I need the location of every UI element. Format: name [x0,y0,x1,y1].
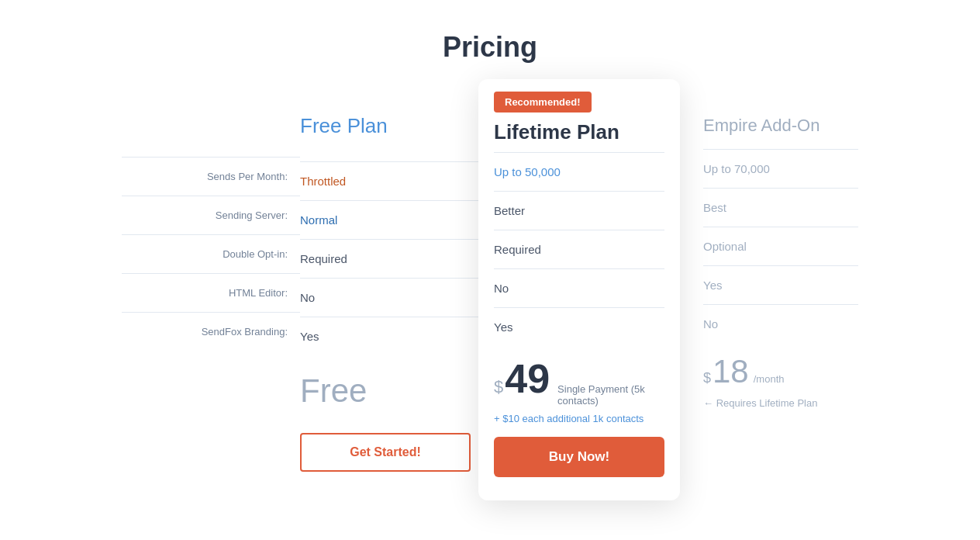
empire-addon-column: Empire Add-On Up to 70,000 Best Optional… [680,95,858,409]
labels-column: Sends Per Month: Sending Server: Double … [122,95,300,351]
lifetime-price-symbol: $ [494,377,503,397]
free-sending-server: Normal [300,200,478,239]
lifetime-price-amount: 49 [505,358,550,399]
lifetime-price-label: Single Payment (5k contacts) [557,383,664,407]
empire-sending-server: Best [703,188,858,227]
lifetime-sendfox-branding: Yes [494,307,664,346]
label-sending-server: Sending Server: [122,196,300,234]
lifetime-price-block: $ 49 Single Payment (5k contacts) [494,358,664,407]
lifetime-price-note: + $10 each additional 1k contacts [494,413,664,424]
empire-price-period: /month [754,373,785,385]
label-double-opt-in: Double Opt-in: [122,234,300,273]
label-sends-per-month: Sends Per Month: [122,157,300,196]
empire-html-editor: Yes [703,265,858,304]
empire-price-symbol: $ [703,370,711,386]
empire-double-opt-in: Optional [703,227,858,265]
lifetime-plan-title: Lifetime Plan [494,120,664,152]
free-sendfox-branding: Yes [300,317,478,355]
lifetime-html-editor: No [494,268,664,307]
free-plan-price: Free [300,368,478,414]
empire-requires-note: Requires Lifetime Plan [703,397,858,409]
empire-sendfox-branding: No [703,304,858,343]
label-sendfox-branding: SendFox Branding: [122,312,300,351]
buy-now-button[interactable]: Buy Now! [494,437,664,477]
get-started-button[interactable]: Get Started! [300,433,471,472]
empire-sends-per-month: Up to 70,000 [703,149,858,188]
empire-price-amount: 18 [713,355,749,388]
lifetime-double-opt-in: Required [494,230,664,268]
pricing-container: Sends Per Month: Sending Server: Double … [25,95,955,500]
lifetime-sending-server: Better [494,191,664,230]
empire-price-block: $ 18 /month [703,355,858,388]
lifetime-sends-per-month: Up to 50,000 [494,152,664,191]
lifetime-plan-column: Recommended! Lifetime Plan Up to 50,000 … [478,79,680,500]
recommended-badge: Recommended! [494,92,592,112]
empire-plan-title: Empire Add-On [703,95,858,149]
free-double-opt-in: Required [300,239,478,278]
free-html-editor: No [300,278,478,317]
free-plan-column: Free Plan Throttled Normal Required No Y… [300,95,478,472]
label-html-editor: HTML Editor: [122,273,300,312]
free-plan-title: Free Plan [300,95,478,149]
free-sends-per-month: Throttled [300,161,478,200]
page-title: Pricing [443,31,537,64]
